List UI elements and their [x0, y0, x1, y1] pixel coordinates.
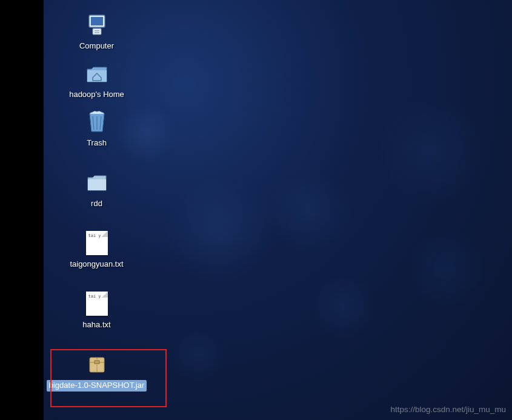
- icon-label: haha.txt: [80, 319, 113, 331]
- icon-label: taigongyuan.txt: [67, 259, 125, 270]
- desktop-icon-computer[interactable]: Computer: [44, 12, 150, 52]
- file-preview-text: tai y: [88, 294, 101, 299]
- trash-icon: [84, 109, 110, 135]
- icon-label: hadoop's Home: [67, 89, 127, 101]
- svg-rect-1: [91, 17, 103, 25]
- icon-label: Trash: [84, 138, 109, 149]
- desktop-icon-bigdate-jar[interactable]: bigdate-1.0-SNAPSHOT.jar: [44, 352, 150, 392]
- desktop-icon-home[interactable]: hadoop's Home: [44, 61, 150, 101]
- desktop[interactable]: Computer hadoop's Home Tr: [44, 0, 512, 420]
- wallpaper-bokeh: [171, 327, 225, 382]
- svg-rect-3: [95, 30, 99, 32]
- wallpaper-bokeh: [407, 230, 486, 309]
- icon-label: Computer: [77, 41, 116, 52]
- home-folder-icon: [84, 61, 110, 86]
- icon-label: rdd: [88, 198, 105, 210]
- svg-rect-4: [95, 32, 99, 33]
- desktop-icon-trash[interactable]: Trash: [44, 109, 150, 149]
- desktop-icon-haha[interactable]: tai y haha.txt: [44, 291, 150, 331]
- svg-rect-7: [95, 361, 99, 364]
- desktop-icon-rdd[interactable]: rdd: [44, 170, 150, 210]
- wallpaper-bokeh: [165, 176, 274, 285]
- wallpaper-bokeh: [310, 273, 377, 339]
- folder-icon: [84, 170, 110, 195]
- svg-rect-2: [93, 28, 101, 35]
- icon-label: bigdate-1.0-SNAPSHOT.jar: [47, 380, 147, 392]
- left-panel: [0, 0, 44, 420]
- archive-icon: [84, 352, 110, 377]
- wallpaper-bokeh: [377, 97, 486, 206]
- desktop-icon-taigongyuan[interactable]: tai y taigongyuan.txt: [44, 230, 150, 270]
- computer-icon: [84, 12, 110, 38]
- wallpaper-bokeh: [268, 170, 353, 255]
- text-file-icon: tai y: [84, 291, 110, 316]
- watermark-text: https://blog.csdn.net/jiu_mu_mu: [390, 405, 506, 414]
- file-preview-text: tai y: [88, 233, 101, 238]
- text-file-icon: tai y: [84, 230, 110, 256]
